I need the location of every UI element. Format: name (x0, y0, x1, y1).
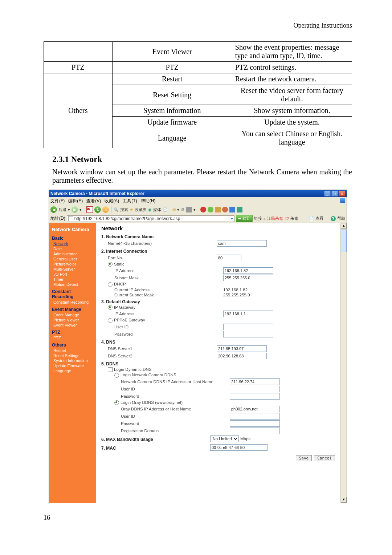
help-label[interactable]: 帮助 (337, 216, 345, 221)
ipgw-radio[interactable] (108, 305, 113, 310)
ip-input[interactable] (223, 267, 273, 274)
sidebar-item-restart[interactable]: Restart (53, 348, 66, 353)
bandwidth-select[interactable]: No Limited (210, 436, 239, 442)
go-button[interactable]: ➔ 转到 (236, 215, 253, 222)
menu-file[interactable]: 文件(F) (50, 198, 65, 204)
pppoe-user-input[interactable] (223, 324, 273, 330)
menu-fav[interactable]: 收藏(A) (105, 198, 119, 204)
nc-ddns-host-input[interactable] (230, 378, 280, 385)
address-input[interactable]: http://192.168.1.82/cgi/adminframe?Page=… (67, 215, 234, 222)
view-icon[interactable]: 📄 (309, 216, 314, 221)
sidebar-item-language[interactable]: Language (53, 369, 71, 373)
home-icon[interactable]: ⌂ (102, 206, 109, 213)
oray-radio[interactable] (114, 400, 119, 405)
pppoe-pass-input[interactable] (223, 331, 273, 337)
dhcp-radio[interactable] (108, 282, 113, 287)
sidebar-item-system-info[interactable]: System Information (53, 358, 88, 363)
refresh-icon[interactable]: ↻ (94, 206, 101, 213)
sidebar: Network Camera Basic Network Date Admini… (49, 223, 96, 503)
history-icon[interactable]: 🕘 (163, 207, 168, 212)
menu-edit[interactable]: 编辑(E) (68, 198, 83, 204)
reg-domain-input[interactable] (230, 428, 280, 434)
sidebar-item-io-port[interactable]: I/O Port (53, 272, 67, 276)
port-input[interactable] (217, 255, 241, 261)
nc-ddns-user-input[interactable] (230, 386, 280, 392)
antivirus-label[interactable]: 江民杀毒 (267, 216, 283, 221)
help-icon[interactable]: ? (331, 216, 336, 221)
cancel-button[interactable]: Cancel (314, 455, 335, 461)
mask-input[interactable] (223, 275, 273, 281)
sidebar-item-event-manage[interactable]: Event Manage (53, 313, 79, 317)
kill-label[interactable]: 杀毒 (290, 216, 298, 221)
links-label[interactable]: 链接 (254, 216, 262, 221)
gwip-input[interactable] (223, 311, 273, 317)
sidebar-item-admin[interactable]: Administrator (53, 252, 77, 256)
mac-input[interactable] (210, 444, 268, 451)
mail-icon[interactable]: ✉ (172, 207, 176, 212)
sidebar-item-network[interactable]: Network (53, 242, 68, 246)
pppoe-radio[interactable] (108, 318, 113, 323)
back-label[interactable]: 后退 (58, 207, 66, 212)
view-label[interactable]: 查看 (315, 216, 323, 221)
toolbar-icon[interactable] (237, 207, 242, 212)
name-input[interactable] (217, 240, 267, 247)
sidebar-item-event-viewer[interactable]: Event Viewer (53, 323, 77, 327)
menu-help[interactable]: 帮助(H) (141, 198, 156, 204)
dns2-input[interactable] (217, 353, 267, 359)
media-label[interactable]: 媒体 (153, 207, 161, 212)
sidebar-item-ptz[interactable]: PTZ (53, 336, 61, 340)
sidebar-item-general-user[interactable]: General User (53, 257, 77, 261)
links-more-icon[interactable]: » (264, 216, 266, 221)
mail-caret-icon[interactable]: ▾ (177, 207, 179, 212)
search-label[interactable]: 搜索 (120, 207, 128, 212)
toolbar-caret-icon[interactable]: ▾ (193, 207, 196, 212)
media-icon[interactable]: ◉ (148, 207, 152, 212)
toolbar-icon[interactable] (215, 207, 221, 212)
search-icon[interactable]: 🔍 (114, 207, 119, 212)
scrollbar[interactable]: ▲ ▼ (340, 223, 347, 503)
sidebar-item-multi-server[interactable]: Multi-Server (53, 267, 75, 271)
minimize-button[interactable]: _ (324, 191, 331, 197)
toolbar-icon[interactable] (229, 207, 235, 212)
stop-icon[interactable]: ✖ (86, 206, 93, 213)
menu-view[interactable]: 查看(V) (86, 198, 101, 204)
back-caret-icon[interactable]: ▾ (68, 207, 70, 212)
pppoe-pass-label: Password (101, 332, 223, 336)
scroll-up-icon[interactable]: ▲ (341, 223, 347, 229)
favorites-icon[interactable]: ★ (130, 207, 133, 212)
sidebar-item-update-firmware[interactable]: Update Firmware (53, 364, 84, 368)
menu-tools[interactable]: 工具(T) (123, 198, 137, 204)
save-button[interactable]: Save (296, 455, 312, 461)
sidebar-item-constant-recording[interactable]: Constant Recording (53, 300, 89, 304)
address-caret-icon[interactable]: ▾ (231, 216, 233, 221)
sidebar-item-motion-detect[interactable]: Motion Detect (53, 282, 78, 287)
toolbar-icon[interactable] (186, 207, 192, 212)
section-heading: 2.3.1 Network (52, 155, 352, 164)
sidebar-item-timer[interactable]: Timer (53, 277, 64, 281)
sidebar-item-reset-settings[interactable]: Reset Settings (53, 353, 79, 358)
oray-pass-input[interactable] (230, 420, 280, 427)
toolbar-icon[interactable] (222, 207, 228, 212)
nc-ddns-radio[interactable] (114, 373, 119, 378)
ddns-login-checkbox[interactable] (108, 367, 113, 372)
static-radio[interactable] (108, 262, 113, 267)
sidebar-item-picture-voice[interactable]: Picture/Voice (53, 262, 77, 266)
maximize-button[interactable]: □ (331, 191, 338, 197)
oray-host-input[interactable] (230, 406, 280, 412)
sidebar-item-picture-viewer[interactable]: Picture Viewer (53, 318, 79, 322)
scroll-thumb[interactable] (341, 230, 347, 252)
scroll-down-icon[interactable]: ▼ (341, 497, 347, 503)
favorites-label[interactable]: 收藏夹 (135, 207, 147, 212)
print-icon[interactable]: 🖶 (181, 207, 185, 212)
forward-caret-icon[interactable]: ▾ (79, 207, 82, 212)
dns1-input[interactable] (217, 345, 267, 352)
antivirus-icon[interactable]: 🛡 (285, 216, 289, 221)
oray-user-input[interactable] (230, 413, 280, 420)
back-icon[interactable]: ◀ (50, 206, 57, 213)
forward-icon[interactable]: ▶ (72, 206, 78, 213)
sidebar-item-date[interactable]: Date (53, 247, 62, 251)
toolbar-icon[interactable] (200, 207, 206, 212)
nc-ddns-pass-input[interactable] (230, 393, 280, 400)
toolbar-icon[interactable] (208, 207, 213, 212)
close-button[interactable]: × (339, 191, 345, 197)
